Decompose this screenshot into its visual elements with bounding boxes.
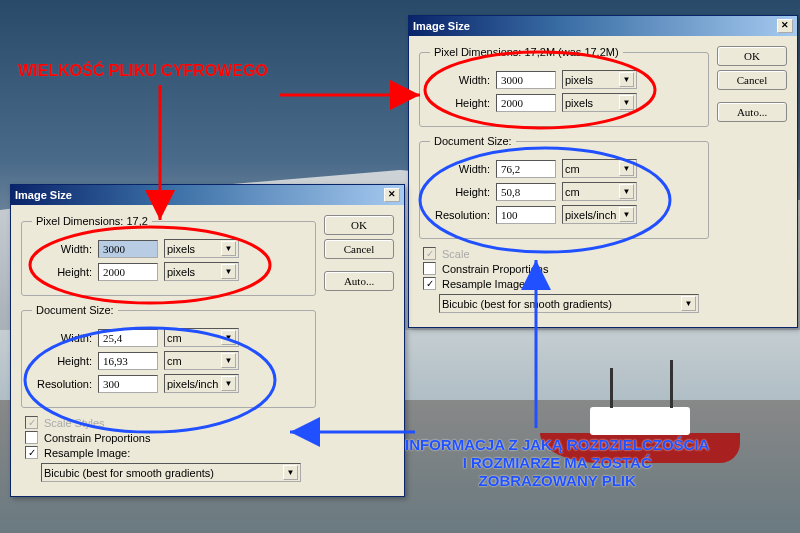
auto-button[interactable]: Auto... xyxy=(717,102,787,122)
pixel-dimensions-label: Pixel Dimensions: 17,2 xyxy=(32,215,152,227)
chevron-down-icon: ▼ xyxy=(221,330,236,345)
resolution-input[interactable] xyxy=(98,375,158,393)
doc-height-label: Height: xyxy=(430,186,490,198)
close-icon[interactable]: ✕ xyxy=(777,19,793,33)
doc-height-unit-select[interactable]: cm▼ xyxy=(164,351,239,370)
annotation-blue: INFORMACJA Z JAKĄ ROZDZIELCZOŚCIA I ROZM… xyxy=(405,436,709,490)
constrain-label: Constrain Proportions xyxy=(442,263,548,275)
doc-height-unit-select[interactable]: cm▼ xyxy=(562,182,637,201)
chevron-down-icon: ▼ xyxy=(221,353,236,368)
resample-method-select[interactable]: Bicubic (best for smooth gradients)▼ xyxy=(41,463,301,482)
height-input[interactable] xyxy=(98,263,158,281)
image-size-dialog-2: Image Size ✕ Pixel Dimensions: 17,2M (wa… xyxy=(408,15,798,328)
resample-checkbox[interactable]: ✓ xyxy=(423,277,436,290)
height-unit-select[interactable]: pixels▼ xyxy=(562,93,637,112)
doc-width-input[interactable] xyxy=(496,160,556,178)
doc-width-label: Width: xyxy=(32,332,92,344)
resolution-input[interactable] xyxy=(496,206,556,224)
document-size-group: Document Size: Width: cm▼ Height: cm▼ Re… xyxy=(419,135,709,239)
ok-button[interactable]: OK xyxy=(324,215,394,235)
height-input[interactable] xyxy=(496,94,556,112)
width-label: Width: xyxy=(430,74,490,86)
doc-width-unit-select[interactable]: cm▼ xyxy=(164,328,239,347)
pixel-dimensions-group: Pixel Dimensions: 17,2 Width: pixels▼ He… xyxy=(21,215,316,296)
annotation-red: WIELKOŚĆ PLIKU CYFROWEGO xyxy=(18,62,268,80)
chevron-down-icon: ▼ xyxy=(619,72,634,87)
width-input[interactable] xyxy=(98,240,158,258)
constrain-label: Constrain Proportions xyxy=(44,432,150,444)
window-title: Image Size xyxy=(413,20,470,32)
doc-height-input[interactable] xyxy=(496,183,556,201)
scale-styles-label: Scale xyxy=(442,248,470,260)
width-label: Width: xyxy=(32,243,92,255)
doc-width-unit-select[interactable]: cm▼ xyxy=(562,159,637,178)
ok-button[interactable]: OK xyxy=(717,46,787,66)
resample-method-select[interactable]: Bicubic (best for smooth gradients)▼ xyxy=(439,294,699,313)
resolution-label: Resolution: xyxy=(32,378,92,390)
titlebar[interactable]: Image Size ✕ xyxy=(11,185,404,205)
chevron-down-icon: ▼ xyxy=(221,264,236,279)
width-unit-select[interactable]: pixels▼ xyxy=(164,239,239,258)
doc-height-label: Height: xyxy=(32,355,92,367)
doc-width-label: Width: xyxy=(430,163,490,175)
chevron-down-icon: ▼ xyxy=(619,95,634,110)
height-label: Height: xyxy=(430,97,490,109)
resolution-label: Resolution: xyxy=(430,209,490,221)
resolution-unit-select[interactable]: pixels/inch▼ xyxy=(164,374,239,393)
scale-styles-checkbox: ✓ xyxy=(25,416,38,429)
chevron-down-icon: ▼ xyxy=(283,465,298,480)
chevron-down-icon: ▼ xyxy=(619,184,634,199)
cancel-button[interactable]: Cancel xyxy=(324,239,394,259)
doc-width-input[interactable] xyxy=(98,329,158,347)
window-title: Image Size xyxy=(15,189,72,201)
close-icon[interactable]: ✕ xyxy=(384,188,400,202)
pixel-dimensions-label: Pixel Dimensions: 17,2M (was 17,2M) xyxy=(430,46,623,58)
auto-button[interactable]: Auto... xyxy=(324,271,394,291)
resample-label: Resample Image: xyxy=(442,278,528,290)
pixel-dimensions-group: Pixel Dimensions: 17,2M (was 17,2M) Widt… xyxy=(419,46,709,127)
constrain-checkbox[interactable] xyxy=(423,262,436,275)
resample-label: Resample Image: xyxy=(44,447,130,459)
chevron-down-icon: ▼ xyxy=(221,241,236,256)
resample-checkbox[interactable]: ✓ xyxy=(25,446,38,459)
cancel-button[interactable]: Cancel xyxy=(717,70,787,90)
image-size-dialog-1: Image Size ✕ Pixel Dimensions: 17,2 Widt… xyxy=(10,184,405,497)
doc-height-input[interactable] xyxy=(98,352,158,370)
width-input[interactable] xyxy=(496,71,556,89)
chevron-down-icon: ▼ xyxy=(681,296,696,311)
width-unit-select[interactable]: pixels▼ xyxy=(562,70,637,89)
document-size-group: Document Size: Width: cm▼ Height: cm▼ Re… xyxy=(21,304,316,408)
document-size-label: Document Size: xyxy=(32,304,118,316)
height-unit-select[interactable]: pixels▼ xyxy=(164,262,239,281)
constrain-checkbox[interactable] xyxy=(25,431,38,444)
chevron-down-icon: ▼ xyxy=(221,376,236,391)
chevron-down-icon: ▼ xyxy=(619,207,634,222)
height-label: Height: xyxy=(32,266,92,278)
titlebar[interactable]: Image Size ✕ xyxy=(409,16,797,36)
scale-styles-label: Scale Styles xyxy=(44,417,105,429)
document-size-label: Document Size: xyxy=(430,135,516,147)
scale-styles-checkbox: ✓ xyxy=(423,247,436,260)
resolution-unit-select[interactable]: pixels/inch▼ xyxy=(562,205,637,224)
chevron-down-icon: ▼ xyxy=(619,161,634,176)
